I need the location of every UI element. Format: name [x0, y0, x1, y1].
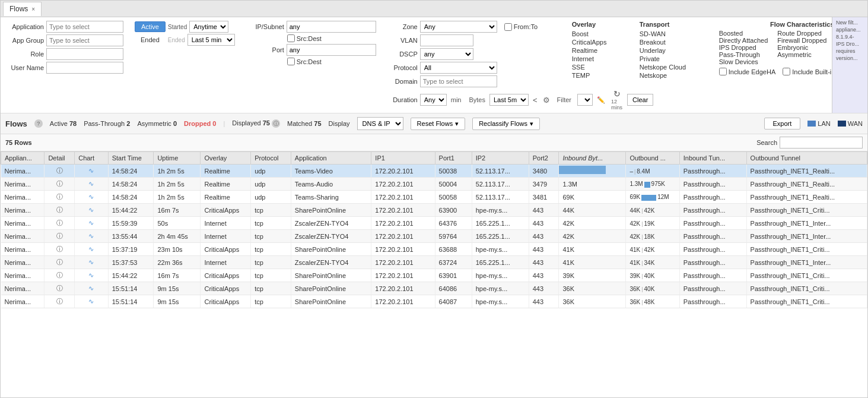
- dscp-select[interactable]: any: [420, 48, 473, 60]
- overlay-item[interactable]: Internet: [572, 55, 625, 63]
- transport-item[interactable]: Breakout: [640, 38, 705, 46]
- fromto-checkbox[interactable]: [504, 23, 512, 31]
- table-row[interactable]: Nerima...ⓘ∿15:51:149m 15sCriticalAppstcp…: [1, 295, 867, 308]
- include-edgeha[interactable]: Include EdgeHA: [719, 68, 776, 75]
- col-starttime[interactable]: Start Time: [108, 152, 154, 165]
- reset-flows-button[interactable]: Reset Flows ▾: [411, 118, 466, 130]
- info-circle-icon[interactable]: ⚙: [543, 96, 550, 105]
- tab-close-button[interactable]: ×: [31, 6, 35, 12]
- transport-item[interactable]: Underlay: [640, 46, 705, 55]
- appliance-cell: Nerima...: [1, 230, 44, 243]
- ended-button[interactable]: Ended: [135, 35, 166, 45]
- flows-tab[interactable]: Flows ×: [3, 2, 42, 16]
- duration-select[interactable]: Any: [420, 94, 447, 106]
- role-input[interactable]: [46, 48, 123, 60]
- table-row[interactable]: Nerima...ⓘ∿13:55:442h 4m 45sInternettcpZ…: [1, 230, 867, 243]
- application-input[interactable]: [46, 21, 123, 33]
- table-row[interactable]: Nerima...ⓘ∿15:51:149m 15sCriticalAppstcp…: [1, 282, 867, 295]
- char-item-col1[interactable]: Directly Attached: [719, 37, 768, 44]
- char-item-col2[interactable]: Embryonic: [777, 44, 826, 51]
- table-row[interactable]: Nerima...ⓘ∿15:37:5322m 36sInternettcpZsc…: [1, 256, 867, 269]
- overlay-item[interactable]: TEMP: [572, 71, 625, 80]
- filter-edit-icon[interactable]: ✏️: [597, 96, 605, 104]
- username-input[interactable]: [46, 62, 123, 74]
- table-row[interactable]: Nerima...ⓘ∿15:59:3950sInternettcpZscaler…: [1, 217, 867, 230]
- char-item-col2[interactable]: Route Dropped: [777, 30, 826, 37]
- zone-select[interactable]: Any: [420, 21, 497, 33]
- srcdest-checkbox2-label[interactable]: Src:Dest: [287, 58, 322, 65]
- ended-select[interactable]: Last 5 min: [187, 34, 235, 46]
- port1-cell: 63688: [435, 243, 472, 256]
- inbound-bytes-cell: 44K: [559, 204, 626, 217]
- char-item-col1[interactable]: Slow Devices: [719, 58, 768, 65]
- overlay-item[interactable]: Boost: [572, 30, 625, 38]
- col-ip1[interactable]: IP1: [371, 152, 435, 165]
- table-row[interactable]: Nerima...ⓘ∿14:58:241h 2m 5sRealtimeudpTe…: [1, 178, 867, 191]
- appgroup-input[interactable]: [46, 34, 123, 46]
- char-item-col1[interactable]: Pass-Through: [719, 51, 768, 58]
- transport-item[interactable]: Private: [640, 55, 705, 63]
- include-builtin[interactable]: Include Built-in: [783, 68, 835, 75]
- table-row[interactable]: Nerima...ⓘ∿15:44:2216m 7sCriticalAppstcp…: [1, 204, 867, 217]
- col-inbound[interactable]: Inbound Byt...: [559, 152, 626, 165]
- active-button[interactable]: Active: [135, 21, 166, 32]
- col-port1[interactable]: Port1: [435, 152, 472, 165]
- col-appliance[interactable]: Applian...: [1, 152, 44, 165]
- transport-item[interactable]: Netskope Cloud: [640, 63, 705, 71]
- srcdest-checkbox2[interactable]: [287, 58, 295, 65]
- export-button[interactable]: Export: [764, 118, 801, 129]
- clear-button[interactable]: Clear: [627, 94, 653, 106]
- col-overlay[interactable]: Overlay: [201, 152, 251, 165]
- port-input[interactable]: [287, 44, 376, 56]
- table-row[interactable]: Nerima...ⓘ∿15:37:1923m 10sCriticalAppstc…: [1, 243, 867, 256]
- col-chart[interactable]: Chart: [75, 152, 108, 165]
- protocol-cell: tcp: [251, 282, 291, 295]
- refresh-button[interactable]: ↻ 12 mins: [611, 89, 622, 110]
- col-uptime[interactable]: Uptime: [154, 152, 201, 165]
- fromto-label[interactable]: From:To: [504, 23, 538, 31]
- col-port2[interactable]: Port2: [529, 152, 559, 165]
- transport-item[interactable]: Netskope: [640, 71, 705, 80]
- include-edgeha-checkbox[interactable]: [719, 68, 727, 75]
- char-item-col1[interactable]: Boosted: [719, 30, 768, 37]
- flows-title: Flows: [5, 119, 27, 128]
- vlan-input[interactable]: [420, 34, 473, 46]
- inbound-tunnel-cell: Passthrough...: [679, 282, 746, 295]
- col-application[interactable]: Application: [291, 152, 371, 165]
- filter-select[interactable]: [577, 94, 593, 106]
- displayed-help-icon[interactable]: ⓘ: [272, 119, 280, 128]
- char-item-col1[interactable]: IPS Dropped: [719, 44, 768, 51]
- char-item-col2[interactable]: Asymmetric: [777, 51, 826, 58]
- ip1-cell: 172.20.2.101: [371, 282, 435, 295]
- ipsubnet-input[interactable]: [287, 21, 376, 33]
- col-detail[interactable]: Detail: [44, 152, 75, 165]
- search-input[interactable]: [780, 137, 863, 149]
- overlay-item[interactable]: SSE: [572, 63, 625, 71]
- table-row[interactable]: Nerima...ⓘ∿15:44:2216m 7sCriticalAppstcp…: [1, 269, 867, 282]
- lessthan-icon[interactable]: <: [533, 96, 538, 105]
- col-ip2[interactable]: IP2: [472, 152, 529, 165]
- srcdest-checkbox1[interactable]: [287, 34, 295, 42]
- include-builtin-checkbox[interactable]: [783, 68, 790, 75]
- protocol-select[interactable]: All: [420, 62, 497, 74]
- help-icon[interactable]: ?: [34, 119, 43, 128]
- col-inbound-tun[interactable]: Inbound Tun...: [679, 152, 746, 165]
- overlay-item[interactable]: CriticalApps: [572, 38, 625, 46]
- display-select[interactable]: DNS & IP: [357, 117, 403, 130]
- transport-item[interactable]: SD-WAN: [640, 30, 705, 38]
- col-outbound[interactable]: Outbound ...: [626, 152, 679, 165]
- col-protocol[interactable]: Protocol: [251, 152, 291, 165]
- srcdest-checkbox1-label[interactable]: Src:Dest: [287, 34, 322, 42]
- domain-input[interactable]: [420, 75, 497, 87]
- display-label: Display: [329, 120, 350, 127]
- reclassify-flows-button[interactable]: Reclassify Flows ▾: [472, 118, 540, 130]
- table-row[interactable]: Nerima...ⓘ∿14:58:241h 2m 5sRealtimeudpTe…: [1, 165, 867, 178]
- char-item-col2[interactable]: Firewall Dropped: [777, 37, 826, 44]
- col-outbound-tun[interactable]: Outbound Tunnel: [746, 152, 867, 165]
- overlay-item[interactable]: Realtime: [572, 46, 625, 55]
- char-col1: BoostedDirectly AttachedIPS DroppedPass-…: [719, 30, 768, 65]
- table-row[interactable]: Nerima...ⓘ∿14:58:241h 2m 5sRealtimeudpTe…: [1, 191, 867, 204]
- chart-cell: ∿: [75, 230, 108, 243]
- started-select[interactable]: Anytime: [189, 21, 228, 33]
- bytes-select[interactable]: Last 5m: [489, 94, 529, 106]
